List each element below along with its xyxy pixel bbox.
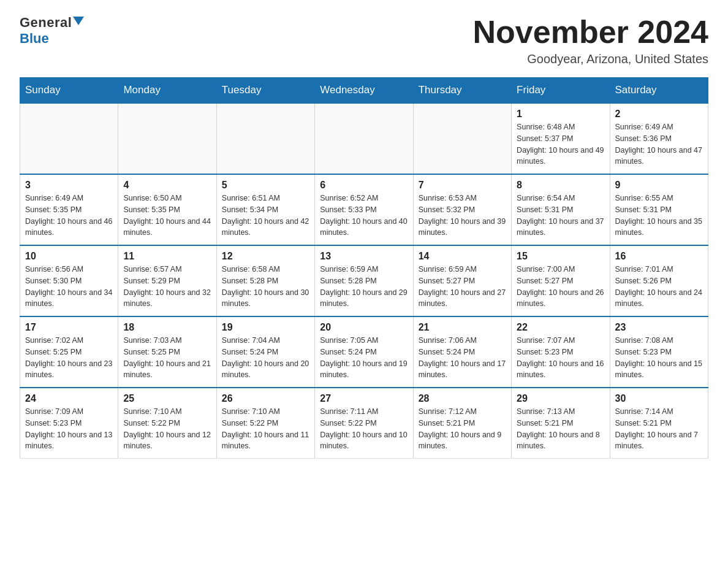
calendar-week-row: 17Sunrise: 7:02 AMSunset: 5:25 PMDayligh…	[20, 316, 708, 388]
calendar-day-cell: 20Sunrise: 7:05 AMSunset: 5:24 PMDayligh…	[315, 316, 413, 388]
day-number: 8	[517, 180, 604, 191]
calendar-day-cell: 25Sunrise: 7:10 AMSunset: 5:22 PMDayligh…	[118, 388, 216, 459]
day-info: Sunrise: 7:01 AMSunset: 5:26 PMDaylight:…	[615, 264, 703, 310]
day-number: 14	[419, 251, 506, 262]
logo-triangle-icon	[73, 17, 84, 25]
calendar-day-cell: 23Sunrise: 7:08 AMSunset: 5:23 PMDayligh…	[610, 316, 708, 388]
calendar-day-cell	[216, 103, 314, 174]
calendar-day-cell: 7Sunrise: 6:53 AMSunset: 5:32 PMDaylight…	[413, 174, 511, 245]
calendar-day-cell: 21Sunrise: 7:06 AMSunset: 5:24 PMDayligh…	[413, 316, 511, 388]
day-info: Sunrise: 6:55 AMSunset: 5:31 PMDaylight:…	[615, 193, 703, 239]
day-info: Sunrise: 7:00 AMSunset: 5:27 PMDaylight:…	[517, 264, 604, 310]
day-info: Sunrise: 7:05 AMSunset: 5:24 PMDaylight:…	[320, 335, 408, 381]
calendar-day-cell: 16Sunrise: 7:01 AMSunset: 5:26 PMDayligh…	[610, 245, 708, 316]
day-number: 22	[517, 322, 604, 333]
page-header: General Blue November 2024 Goodyear, Ari…	[20, 15, 708, 66]
day-number: 12	[222, 251, 309, 262]
calendar-week-row: 24Sunrise: 7:09 AMSunset: 5:23 PMDayligh…	[20, 388, 708, 459]
calendar-day-cell: 3Sunrise: 6:49 AMSunset: 5:35 PMDaylight…	[20, 174, 118, 245]
day-info: Sunrise: 6:51 AMSunset: 5:34 PMDaylight:…	[222, 193, 309, 239]
calendar-day-cell: 4Sunrise: 6:50 AMSunset: 5:35 PMDaylight…	[118, 174, 216, 245]
calendar-week-row: 3Sunrise: 6:49 AMSunset: 5:35 PMDaylight…	[20, 174, 708, 245]
calendar-week-row: 1Sunrise: 6:48 AMSunset: 5:37 PMDaylight…	[20, 103, 708, 174]
calendar-day-cell: 9Sunrise: 6:55 AMSunset: 5:31 PMDaylight…	[610, 174, 708, 245]
day-info: Sunrise: 7:11 AMSunset: 5:22 PMDaylight:…	[320, 406, 408, 452]
calendar-day-cell: 12Sunrise: 6:58 AMSunset: 5:28 PMDayligh…	[216, 245, 314, 316]
day-info: Sunrise: 7:13 AMSunset: 5:21 PMDaylight:…	[517, 406, 604, 452]
day-number: 15	[517, 251, 604, 262]
calendar-day-cell	[118, 103, 216, 174]
calendar-day-cell: 24Sunrise: 7:09 AMSunset: 5:23 PMDayligh…	[20, 388, 118, 459]
calendar-day-cell	[315, 103, 413, 174]
day-info: Sunrise: 7:10 AMSunset: 5:22 PMDaylight:…	[222, 406, 309, 452]
day-of-week-header: Wednesday	[315, 78, 413, 104]
day-number: 24	[25, 393, 113, 404]
day-number: 11	[123, 251, 211, 262]
day-info: Sunrise: 6:53 AMSunset: 5:32 PMDaylight:…	[419, 193, 506, 239]
day-of-week-header: Saturday	[610, 78, 708, 104]
logo-blue-text: Blue	[20, 31, 49, 47]
logo: General Blue	[20, 15, 84, 47]
day-number: 29	[517, 393, 604, 404]
calendar-day-cell: 13Sunrise: 6:59 AMSunset: 5:28 PMDayligh…	[315, 245, 413, 316]
logo-general-text: General	[20, 15, 72, 31]
day-info: Sunrise: 6:49 AMSunset: 5:35 PMDaylight:…	[25, 193, 113, 239]
day-number: 4	[123, 180, 211, 191]
calendar-title: November 2024	[473, 15, 708, 50]
day-info: Sunrise: 7:03 AMSunset: 5:25 PMDaylight:…	[123, 335, 211, 381]
calendar-day-cell: 1Sunrise: 6:48 AMSunset: 5:37 PMDaylight…	[512, 103, 610, 174]
day-number: 18	[123, 322, 211, 333]
calendar-day-cell: 8Sunrise: 6:54 AMSunset: 5:31 PMDaylight…	[512, 174, 610, 245]
calendar-day-cell: 27Sunrise: 7:11 AMSunset: 5:22 PMDayligh…	[315, 388, 413, 459]
day-number: 10	[25, 251, 113, 262]
day-number: 9	[615, 180, 703, 191]
day-number: 25	[123, 393, 211, 404]
calendar-subtitle: Goodyear, Arizona, United States	[473, 52, 708, 66]
calendar-day-cell: 22Sunrise: 7:07 AMSunset: 5:23 PMDayligh…	[512, 316, 610, 388]
day-number: 26	[222, 393, 309, 404]
day-info: Sunrise: 6:49 AMSunset: 5:36 PMDaylight:…	[615, 121, 703, 167]
day-info: Sunrise: 7:08 AMSunset: 5:23 PMDaylight:…	[615, 335, 703, 381]
day-info: Sunrise: 6:58 AMSunset: 5:28 PMDaylight:…	[222, 264, 309, 310]
day-number: 20	[320, 322, 408, 333]
calendar-day-cell: 10Sunrise: 6:56 AMSunset: 5:30 PMDayligh…	[20, 245, 118, 316]
calendar-day-cell: 18Sunrise: 7:03 AMSunset: 5:25 PMDayligh…	[118, 316, 216, 388]
calendar-day-cell	[413, 103, 511, 174]
day-number: 30	[615, 393, 703, 404]
calendar-day-cell: 30Sunrise: 7:14 AMSunset: 5:21 PMDayligh…	[610, 388, 708, 459]
day-info: Sunrise: 7:09 AMSunset: 5:23 PMDaylight:…	[25, 406, 113, 452]
day-info: Sunrise: 6:59 AMSunset: 5:28 PMDaylight:…	[320, 264, 408, 310]
day-number: 19	[222, 322, 309, 333]
day-info: Sunrise: 6:48 AMSunset: 5:37 PMDaylight:…	[517, 121, 604, 167]
day-number: 1	[517, 109, 604, 120]
calendar-day-cell: 15Sunrise: 7:00 AMSunset: 5:27 PMDayligh…	[512, 245, 610, 316]
day-number: 21	[419, 322, 506, 333]
calendar-day-cell: 6Sunrise: 6:52 AMSunset: 5:33 PMDaylight…	[315, 174, 413, 245]
day-number: 13	[320, 251, 408, 262]
day-info: Sunrise: 6:54 AMSunset: 5:31 PMDaylight:…	[517, 193, 604, 239]
day-info: Sunrise: 7:12 AMSunset: 5:21 PMDaylight:…	[419, 406, 506, 452]
day-info: Sunrise: 6:56 AMSunset: 5:30 PMDaylight:…	[25, 264, 113, 310]
calendar-header-row: SundayMondayTuesdayWednesdayThursdayFrid…	[20, 78, 708, 104]
day-info: Sunrise: 7:10 AMSunset: 5:22 PMDaylight:…	[123, 406, 211, 452]
day-number: 23	[615, 322, 703, 333]
day-of-week-header: Thursday	[413, 78, 511, 104]
day-info: Sunrise: 7:06 AMSunset: 5:24 PMDaylight:…	[419, 335, 506, 381]
day-of-week-header: Tuesday	[216, 78, 314, 104]
calendar-day-cell	[20, 103, 118, 174]
day-info: Sunrise: 6:57 AMSunset: 5:29 PMDaylight:…	[123, 264, 211, 310]
calendar-day-cell: 28Sunrise: 7:12 AMSunset: 5:21 PMDayligh…	[413, 388, 511, 459]
day-info: Sunrise: 6:52 AMSunset: 5:33 PMDaylight:…	[320, 193, 408, 239]
day-info: Sunrise: 7:02 AMSunset: 5:25 PMDaylight:…	[25, 335, 113, 381]
day-info: Sunrise: 6:59 AMSunset: 5:27 PMDaylight:…	[419, 264, 506, 310]
calendar-day-cell: 17Sunrise: 7:02 AMSunset: 5:25 PMDayligh…	[20, 316, 118, 388]
calendar-day-cell: 5Sunrise: 6:51 AMSunset: 5:34 PMDaylight…	[216, 174, 314, 245]
calendar-day-cell: 26Sunrise: 7:10 AMSunset: 5:22 PMDayligh…	[216, 388, 314, 459]
calendar-day-cell: 19Sunrise: 7:04 AMSunset: 5:24 PMDayligh…	[216, 316, 314, 388]
day-of-week-header: Sunday	[20, 78, 118, 104]
day-info: Sunrise: 7:04 AMSunset: 5:24 PMDaylight:…	[222, 335, 309, 381]
day-number: 28	[419, 393, 506, 404]
day-number: 5	[222, 180, 309, 191]
calendar-day-cell: 14Sunrise: 6:59 AMSunset: 5:27 PMDayligh…	[413, 245, 511, 316]
calendar-day-cell: 29Sunrise: 7:13 AMSunset: 5:21 PMDayligh…	[512, 388, 610, 459]
